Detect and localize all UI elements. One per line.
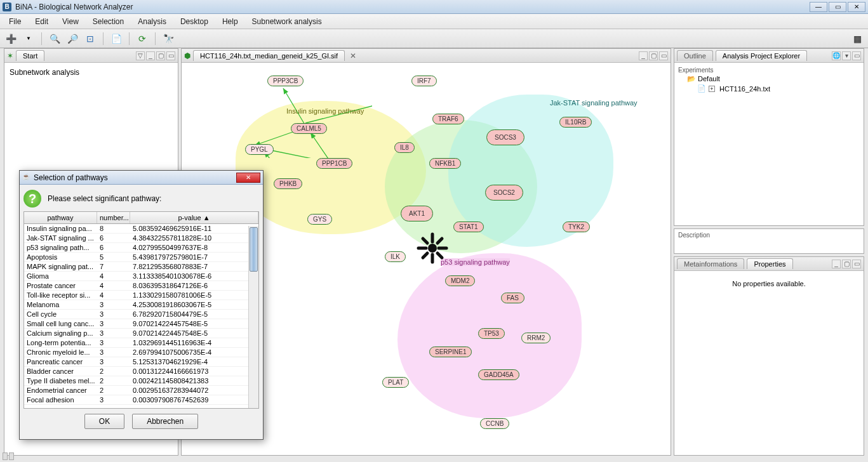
tree-folder-default[interactable]: Default <box>678 74 860 84</box>
node-PPP3CB[interactable]: PPP3CB <box>267 76 304 86</box>
tab-start[interactable]: Start <box>16 50 44 61</box>
table-row[interactable]: Toll-like receptor si...41.1330291580781… <box>24 291 258 300</box>
new-dropdown[interactable]: ▼ <box>22 32 36 46</box>
table-row[interactable]: Jak-STAT signaling ...64.384322557811828… <box>24 234 258 243</box>
refresh-icon[interactable]: ⟳ <box>135 32 149 46</box>
ok-button[interactable]: OK <box>84 414 124 429</box>
node-TP53[interactable]: TP53 <box>478 328 505 339</box>
node-SOCS2[interactable]: SOCS2 <box>485 185 523 201</box>
node-PHKB[interactable]: PHKB <box>274 178 302 189</box>
node-CCNB[interactable]: CCNB <box>480 418 509 429</box>
node-TYK2[interactable]: TYK2 <box>563 221 590 232</box>
maximize-panel-icon[interactable]: ▢ <box>842 260 851 268</box>
node-PLAT[interactable]: PLAT <box>382 377 409 388</box>
dropdown-icon[interactable]: ▾ <box>842 51 851 60</box>
expand-icon[interactable]: + <box>709 86 715 92</box>
scrollbar-thumb[interactable] <box>250 227 258 272</box>
close-panel-icon[interactable]: ▭ <box>659 51 668 60</box>
table-row[interactable]: Small cell lung canc...39.07021422445754… <box>24 319 258 329</box>
minimize-panel-icon[interactable]: _ <box>832 260 841 268</box>
tab-network-file[interactable]: HCT116_24h.txt_median_geneid_k25_GI.sif <box>193 50 345 61</box>
table-row[interactable]: Prostate cancer48.036395318647126E-6 <box>24 281 258 291</box>
node-PYGL[interactable]: PYGL <box>245 144 274 155</box>
zoom-out-icon[interactable]: 🔎 <box>65 32 79 46</box>
table-row[interactable]: Apoptosis55.43981797257980​1E-7 <box>24 253 258 262</box>
node-STAT1[interactable]: STAT1 <box>453 221 484 232</box>
table-row[interactable]: p53 signaling path...64.027995504997637E… <box>24 243 258 253</box>
close-panel-icon[interactable]: ▭ <box>852 51 861 60</box>
tab-outline[interactable]: Outline <box>677 50 713 61</box>
table-row[interactable]: Type II diabetes mel...20.00242114580842… <box>24 376 258 386</box>
table-row[interactable]: Chronic myeloid le...32.697994107500673​… <box>24 348 258 357</box>
table-scrollbar[interactable] <box>248 226 258 408</box>
tab-close-icon[interactable]: ✕ <box>350 51 356 60</box>
window-minimize-button[interactable]: — <box>810 2 827 12</box>
node-IL8[interactable]: IL8 <box>394 142 415 153</box>
table-row[interactable]: Bladder cancer20.001312244166661​973 <box>24 367 258 376</box>
tab-properties[interactable]: Properties <box>747 258 792 269</box>
right-bottom-panel: Metainformations Properties _ ▢ ▭ No pro… <box>674 256 864 456</box>
node-SERPINE1[interactable]: SERPINE1 <box>429 346 472 357</box>
tab-metainformations[interactable]: Metainformations <box>677 258 744 269</box>
node-NFKB1[interactable]: NFKB1 <box>429 158 461 169</box>
node-FAS[interactable]: FAS <box>501 293 524 303</box>
description-label: Description <box>678 232 860 239</box>
node-AKT1[interactable]: AKT1 <box>401 206 433 221</box>
table-row[interactable]: Melanoma34.253008191860306​7E-5 <box>24 300 258 310</box>
toolbar: ➕ ▼ 🔍 🔎 ⊡ 📄 ⟳ 🔭 ▦ <box>0 29 868 48</box>
menu-view[interactable]: View <box>56 15 85 28</box>
minimize-panel-icon[interactable]: _ <box>639 51 648 60</box>
node-RRM2[interactable]: RRM2 <box>521 333 551 343</box>
tab-analysis-project-explorer[interactable]: Analysis Project Explorer <box>716 50 807 61</box>
node-IL10RB[interactable]: IL10RB <box>559 117 592 128</box>
window-close-button[interactable]: ✕ <box>848 2 865 12</box>
node-GYS[interactable]: GYS <box>307 214 332 225</box>
table-row[interactable]: Insulin signaling pa...85.08359246962591… <box>24 224 258 234</box>
binoculars-icon[interactable]: 🔭 <box>161 32 175 46</box>
node-GADD45A[interactable]: GADD45A <box>478 369 519 380</box>
close-panel-icon[interactable]: ▭ <box>166 51 175 60</box>
maximize-panel-icon[interactable]: ▢ <box>649 51 658 60</box>
window-maximize-button[interactable]: ▭ <box>829 2 846 12</box>
col-number[interactable]: number... <box>97 212 130 223</box>
close-panel-icon[interactable]: ▭ <box>852 260 861 268</box>
node-CALML5[interactable]: CALML5 <box>291 123 327 134</box>
menu-desktop[interactable]: Desktop <box>174 15 215 28</box>
label-jakstat-pathway: Jak-STAT signaling pathway <box>550 99 638 107</box>
cancel-button[interactable]: Abbrechen <box>132 414 198 429</box>
globe-icon[interactable]: 🌐 <box>832 51 841 60</box>
table-row[interactable]: Endometrial cancer20.002951637283944​072 <box>24 386 258 395</box>
col-pvalue[interactable]: p-value ▲ <box>130 212 258 223</box>
node-ILK[interactable]: ILK <box>385 251 406 262</box>
node-MDM2[interactable]: MDM2 <box>445 275 475 286</box>
zoom-fit-icon[interactable]: ⊡ <box>83 32 97 46</box>
tree-file-hct116[interactable]: +HCT116_24h.txt <box>678 84 860 93</box>
node-IRF7[interactable]: IRF7 <box>411 76 437 86</box>
menu-subnetwork-analysis[interactable]: Subnetwork analysis <box>246 15 328 28</box>
minimize-panel-icon[interactable]: _ <box>146 51 155 60</box>
document-icon[interactable]: 📄 <box>109 32 123 46</box>
table-row[interactable]: Long-term potentia...31.032969144511696​… <box>24 338 258 348</box>
menu-edit[interactable]: Edit <box>29 15 55 28</box>
table-row[interactable]: MAPK signaling pat...77.821295356807883E… <box>24 262 258 272</box>
layout-toggle-icon[interactable]: ▦ <box>850 32 864 46</box>
table-row[interactable]: Cell cycle36.782920715804479E-5 <box>24 310 258 319</box>
node-PPP1CB[interactable]: PPP1CB <box>316 158 352 169</box>
menu-analysis[interactable]: Analysis <box>131 15 173 28</box>
menu-selection[interactable]: Selection <box>86 15 130 28</box>
svg-line-34 <box>437 253 442 258</box>
node-SOCS3[interactable]: SOCS3 <box>486 129 524 145</box>
zoom-in-icon[interactable]: 🔍 <box>48 32 62 46</box>
table-row[interactable]: Pancreatic cancer35.125313704621929E-4 <box>24 357 258 367</box>
node-TRAF6[interactable]: TRAF6 <box>432 114 464 124</box>
table-row[interactable]: Focal adhesion30.003097908767452​639 <box>24 395 258 405</box>
filter-icon[interactable]: ▽ <box>136 51 145 60</box>
menu-file[interactable]: File <box>3 15 27 28</box>
new-button[interactable]: ➕ <box>4 32 18 46</box>
table-row[interactable]: Glioma43.113338540103067​8E-6 <box>24 272 258 281</box>
col-pathway[interactable]: pathway <box>24 212 97 223</box>
table-row[interactable]: Calcium signaling p...39.070214224457548… <box>24 329 258 338</box>
maximize-panel-icon[interactable]: ▢ <box>156 51 165 60</box>
menu-help[interactable]: Help <box>216 15 244 28</box>
dialog-close-button[interactable]: ✕ <box>236 173 260 183</box>
